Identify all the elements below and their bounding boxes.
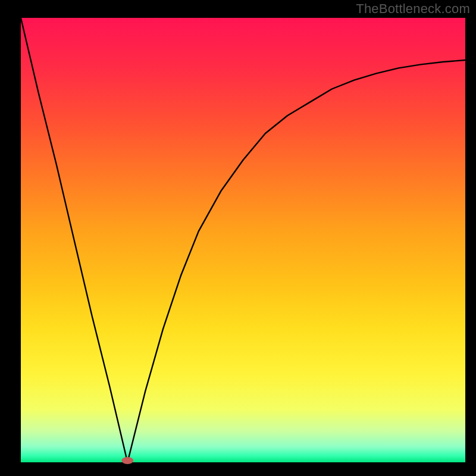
bottleneck-chart bbox=[0, 0, 476, 476]
plot-background bbox=[21, 18, 465, 462]
minimum-marker bbox=[121, 457, 133, 464]
attribution-text: TheBottleneck.com bbox=[356, 1, 470, 17]
chart-frame: TheBottleneck.com bbox=[0, 0, 476, 476]
